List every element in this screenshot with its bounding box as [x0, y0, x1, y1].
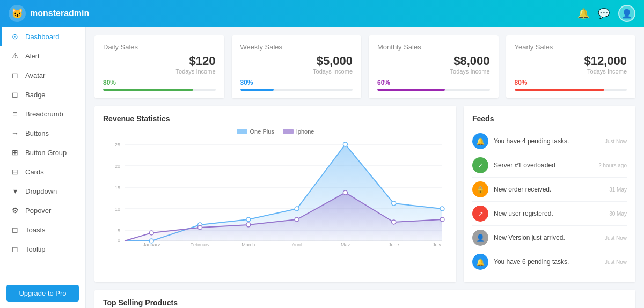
svg-text:15: 15: [115, 185, 120, 190]
sidebar-icon: ≡: [10, 109, 20, 118]
feed-text: New user registered.: [494, 210, 604, 217]
card-label: Todays Income: [377, 68, 490, 75]
sidebar-item-label: Button Group: [25, 149, 67, 157]
sidebar-item-alert[interactable]: ⚠ Alert: [0, 46, 85, 65]
sales-card-3: Yearly Sales $12,000 Todays Income 80%: [506, 35, 636, 98]
feed-time: 30 May: [609, 211, 627, 217]
sidebar-item-avatar[interactable]: ◻ Avatar: [0, 65, 85, 85]
bell-icon[interactable]: 🔔: [577, 8, 589, 19]
user-avatar[interactable]: 👤: [618, 5, 635, 22]
progress-bar-fill: [103, 89, 193, 91]
feed-time: 31 May: [609, 187, 627, 193]
sidebar-icon: →: [10, 129, 20, 137]
progress-bar-bg: [515, 89, 627, 91]
sidebar-icon: ⊞: [10, 148, 20, 157]
legend-label: Iphone: [296, 128, 314, 135]
svg-text:April: April: [292, 242, 302, 246]
svg-text:July: July: [433, 242, 442, 246]
chart-title: Revenue Statistics: [103, 114, 448, 123]
progress-bar-fill: [515, 89, 605, 91]
sidebar-item-badge[interactable]: ◻ Badge: [0, 85, 85, 104]
sidebar-item-label: Toasts: [25, 226, 46, 234]
svg-text:May: May: [341, 242, 350, 246]
legend-label: One Plus: [250, 128, 274, 135]
card-title: Monthly Sales: [377, 43, 490, 51]
content-area: Daily Sales $120 Todays Income 80% Weekl…: [86, 27, 644, 308]
svg-point-29: [198, 225, 202, 230]
progress-bar-bg: [240, 89, 353, 91]
svg-text:10: 10: [115, 207, 120, 212]
sidebar-icon: ◻: [10, 90, 20, 99]
sales-card-1: Weekly Sales $5,000 Todays Income 30%: [232, 35, 362, 98]
feed-avatar: 🔔: [472, 133, 488, 149]
sidebar-item-dropdown[interactable]: ▾ Dropdown: [0, 181, 85, 201]
feed-time: Just Now: [605, 259, 627, 265]
sidebar-item-dashboard[interactable]: ⊙ Dashboard: [0, 27, 85, 46]
svg-point-34: [440, 217, 444, 222]
card-label: Todays Income: [515, 68, 627, 75]
middle-row: Revenue Statistics One Plus Iphone 25 20…: [94, 106, 635, 282]
sidebar-item-buttons[interactable]: → Buttons: [0, 123, 85, 143]
sidebar-item-cards[interactable]: ⊟ Cards: [0, 162, 85, 181]
sidebar: ⊙ Dashboard⚠ Alert◻ Avatar◻ Badge≡ Bread…: [0, 27, 86, 308]
sidebar-item-label: Badge: [25, 91, 46, 99]
feeds-title: Feeds: [472, 114, 627, 123]
avatar-icon: 👤: [621, 9, 632, 19]
sales-card-2: Monthly Sales $8,000 Todays Income 60%: [369, 35, 499, 98]
sidebar-item-label: Dashboard: [25, 33, 60, 41]
feed-item-1: ✓ Server #1 overloaded 2 hours ago: [472, 153, 627, 178]
legend-dot: [237, 129, 247, 134]
brand: 😺 monsteradmin: [9, 5, 89, 22]
card-title: Weekly Sales: [240, 43, 353, 51]
sidebar-item-label: Avatar: [25, 71, 45, 79]
sidebar-icon: ◻: [10, 71, 20, 79]
card-label: Todays Income: [103, 68, 216, 75]
sidebar-item-breadcrumb[interactable]: ≡ Breadcrumb: [0, 104, 85, 123]
feed-item-3: ↗ New user registered. 30 May: [472, 202, 627, 226]
svg-point-33: [392, 220, 396, 224]
card-pct: 80%: [103, 79, 216, 86]
feed-text: Server #1 overloaded: [494, 162, 593, 169]
feed-time: Just Now: [605, 138, 627, 144]
sidebar-item-label: Buttons: [25, 129, 49, 137]
chat-icon[interactable]: 💬: [598, 8, 610, 19]
svg-point-32: [343, 190, 347, 195]
card-amount: $120: [103, 54, 216, 68]
feed-avatar: 👤: [472, 230, 488, 246]
feed-text: You have 4 pending tasks.: [494, 137, 599, 145]
sidebar-item-button-group[interactable]: ⊞ Button Group: [0, 143, 85, 162]
svg-text:0: 0: [118, 238, 120, 243]
card-amount: $8,000: [377, 54, 490, 68]
feeds-card: Feeds 🔔 You have 4 pending tasks. Just N…: [464, 106, 635, 282]
card-title: Yearly Sales: [515, 43, 627, 51]
feed-text: You have 6 pending tasks.: [494, 258, 599, 266]
progress-bar-bg: [103, 89, 216, 91]
sidebar-icon: ⊟: [10, 167, 20, 176]
svg-point-30: [246, 223, 251, 227]
products-table-card: Top Selling Products Overview of Latest …: [94, 290, 635, 308]
legend-dot: [283, 129, 294, 134]
table-title: Top Selling Products: [103, 298, 627, 307]
legend-item: Iphone: [283, 128, 314, 135]
sidebar-item-toasts[interactable]: ◻ Toasts: [0, 220, 85, 239]
svg-text:March: March: [241, 242, 255, 246]
feed-time: Just Now: [605, 235, 627, 241]
svg-point-31: [295, 217, 299, 222]
feed-time: 2 hours ago: [598, 163, 627, 168]
sidebar-icon: ◻: [10, 245, 20, 253]
feed-avatar: 🔒: [472, 181, 488, 197]
sidebar-item-tooltip[interactable]: ◻ Tooltip: [0, 239, 85, 259]
feed-avatar: ↗: [472, 206, 488, 222]
sidebar-icon: ⊙: [10, 32, 20, 41]
revenue-chart-card: Revenue Statistics One Plus Iphone 25 20…: [94, 106, 456, 282]
sidebar-item-label: Popover: [25, 207, 51, 215]
card-pct: 60%: [377, 79, 490, 86]
revenue-chart-svg: 25 20 15 10 5 0 January February March A…: [103, 139, 448, 246]
sidebar-icon: ▾: [10, 187, 20, 195]
upgrade-button[interactable]: Upgrade to Pro: [6, 285, 79, 302]
navbar: 😺 monsteradmin 🔔 💬 👤: [0, 0, 644, 27]
card-amount: $12,000: [515, 54, 627, 68]
legend-item: One Plus: [237, 128, 274, 135]
svg-text:February: February: [191, 242, 210, 246]
sidebar-item-popover[interactable]: ⚙ Popover: [0, 201, 85, 220]
